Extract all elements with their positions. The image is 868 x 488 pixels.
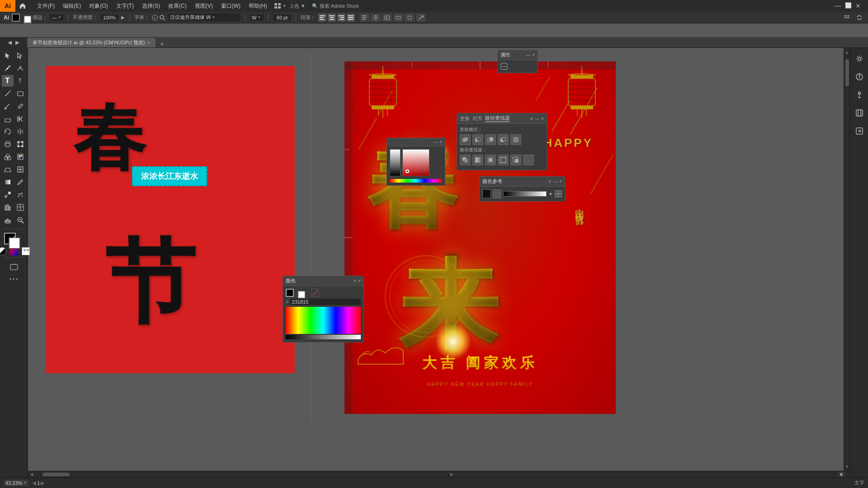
type-tool-btn[interactable]: T xyxy=(2,75,14,87)
tool-state-close[interactable]: × xyxy=(439,140,442,145)
align-right-btn[interactable] xyxy=(337,14,345,22)
tool-state-minimize[interactable]: — xyxy=(433,140,438,145)
scroll-up-btn[interactable]: ▲ xyxy=(845,50,849,55)
color-fill-box[interactable] xyxy=(286,289,294,297)
scroll-down-btn[interactable]: ▼ xyxy=(845,464,849,469)
btn5[interactable] xyxy=(405,14,415,22)
live-paint-btn[interactable] xyxy=(14,151,26,163)
minus-back-btn[interactable] xyxy=(510,155,521,165)
horizontal-scrollbar[interactable]: ◀ ▶ xyxy=(28,471,850,477)
stroke-color-box[interactable] xyxy=(24,15,32,23)
color-field[interactable] xyxy=(402,149,429,176)
menu-select[interactable]: 选择(S) xyxy=(138,1,164,11)
menu-view[interactable]: 视图(V) xyxy=(191,1,217,11)
exclude-btn[interactable] xyxy=(498,134,509,145)
scissors-tool-btn[interactable] xyxy=(14,113,26,125)
transform-menu[interactable]: ≡ xyxy=(530,116,533,121)
tab-add-btn[interactable]: + xyxy=(156,40,167,47)
color-ref-dropdown[interactable]: ▼ xyxy=(548,192,553,197)
hue-slider[interactable] xyxy=(390,179,442,183)
build-tool-btn[interactable] xyxy=(2,151,14,163)
panel-toggle-right[interactable]: ▶ xyxy=(15,39,19,46)
unite-btn[interactable] xyxy=(460,134,471,145)
menu-window[interactable]: 窗口(W) xyxy=(217,1,244,11)
perspective-tool-btn[interactable] xyxy=(2,164,14,175)
accessibility-btn[interactable] xyxy=(852,88,867,102)
btn3[interactable] xyxy=(382,14,392,22)
menu-edit[interactable]: 编辑(E) xyxy=(59,1,85,11)
eyedropper-btn[interactable] xyxy=(14,176,26,188)
column-tool-btn[interactable] xyxy=(2,202,14,213)
font-size-value[interactable]: 60 pt xyxy=(273,14,291,21)
info-btn[interactable] xyxy=(852,70,867,84)
zoom-tool-btn[interactable] xyxy=(14,214,26,226)
scroll-thumb-h[interactable] xyxy=(42,473,70,476)
tab-pathfinder[interactable]: 路径查找器 xyxy=(485,115,510,122)
main-tab[interactable]: 春节创意海报设计.ai @ 43.23% (CMYK/GPU 预览) × xyxy=(27,38,156,47)
curvature-tool-btn[interactable] xyxy=(14,62,26,74)
color-hex-value[interactable]: 231815 xyxy=(290,299,361,305)
slice-tool-btn[interactable] xyxy=(14,202,26,213)
opacity-value[interactable]: 100% xyxy=(100,14,118,21)
highlighted-text-box[interactable]: 浓浓长江东逝水 xyxy=(132,166,207,186)
crop-btn[interactable] xyxy=(485,155,496,165)
transform-minimize[interactable]: — xyxy=(535,116,539,121)
fill-color-box[interactable] xyxy=(12,14,20,22)
blend-tool-btn[interactable] xyxy=(2,189,14,201)
warp-tool-btn[interactable] xyxy=(2,138,14,150)
pattern-btn[interactable] xyxy=(22,247,30,255)
color-ref-header[interactable]: 颜色参考 ≡ — × xyxy=(480,177,565,187)
color-ref-minimize[interactable]: — xyxy=(553,179,557,184)
expand-pf-btn[interactable]: ... xyxy=(523,155,534,165)
btn1[interactable] xyxy=(359,14,369,22)
menu-effect[interactable]: 效果(C) xyxy=(165,1,190,11)
prev-page-btn[interactable]: ◀ xyxy=(32,480,36,486)
align-justify-btn[interactable] xyxy=(347,14,355,22)
eraser-tool-btn[interactable] xyxy=(2,113,14,125)
artboard-tool-btn[interactable] xyxy=(3,261,25,273)
properties-close[interactable]: × xyxy=(532,52,535,57)
divide-btn[interactable] xyxy=(510,134,521,145)
tool-state-header[interactable]: — × xyxy=(387,138,445,146)
symbol-spray-btn[interactable] xyxy=(14,189,26,201)
transform-btn[interactable] xyxy=(429,17,432,18)
properties-minimize[interactable]: — xyxy=(526,52,530,57)
settings-btn[interactable] xyxy=(852,52,867,66)
libraries-btn[interactable] xyxy=(852,106,867,120)
scroll-right-btn[interactable]: ▶ xyxy=(450,472,454,477)
properties-panel-header[interactable]: 属性 — × xyxy=(498,50,538,60)
minimize-btn[interactable]: — xyxy=(834,2,841,9)
font-style-dropdown[interactable]: W ▼ xyxy=(250,14,264,21)
color-spectrum[interactable] xyxy=(286,307,361,334)
none-stroke-btn[interactable] xyxy=(311,289,319,297)
font-dropdown[interactable]: 汉仪迪升英雄体 W ▼ xyxy=(168,14,241,21)
swatch-mid[interactable] xyxy=(493,189,501,198)
tab-close-btn[interactable]: × xyxy=(147,40,150,45)
free-transform-btn[interactable] xyxy=(14,138,26,150)
color-ref-close[interactable]: × xyxy=(559,179,562,184)
transform-panel-header[interactable]: 变换 对齐 路径查找器 ≡ — × xyxy=(457,113,547,124)
next-page-btn[interactable]: ▶ xyxy=(41,480,45,486)
scroll-thumb-v[interactable] xyxy=(845,59,849,86)
align-center-btn[interactable] xyxy=(328,14,336,22)
swap-colors-btn[interactable] xyxy=(12,233,17,238)
expand-btn[interactable] xyxy=(854,14,864,22)
color-panel-header[interactable]: 颜色 ≡ × xyxy=(283,276,363,286)
merge-btn[interactable] xyxy=(472,155,483,165)
gray-bar[interactable] xyxy=(286,335,361,339)
intersect-btn[interactable] xyxy=(485,134,496,145)
opacity-arrow[interactable]: ▶ xyxy=(121,15,125,20)
zoom-dropdown[interactable]: 43.23% ▼ xyxy=(4,480,28,486)
shape-tool-btn[interactable] xyxy=(14,88,26,99)
line-tool-btn[interactable] xyxy=(2,88,14,99)
menu-help[interactable]: 帮助(H) xyxy=(245,1,271,11)
search-stock[interactable]: 🔍 搜索 Adobe Stock xyxy=(312,3,359,9)
maximize-btn[interactable]: ⬜ xyxy=(845,2,852,9)
export-btn[interactable] xyxy=(852,124,867,138)
color-grid-btn[interactable] xyxy=(555,190,562,197)
workspace-selector[interactable]: ▼ xyxy=(272,1,289,11)
menu-object[interactable]: 对象(O) xyxy=(85,1,111,11)
stroke-dropdown[interactable]: — ▼ xyxy=(50,14,63,21)
scroll-left-btn[interactable]: ◀ xyxy=(30,472,33,477)
panel-toggle-left[interactable]: ◀ xyxy=(8,39,12,46)
